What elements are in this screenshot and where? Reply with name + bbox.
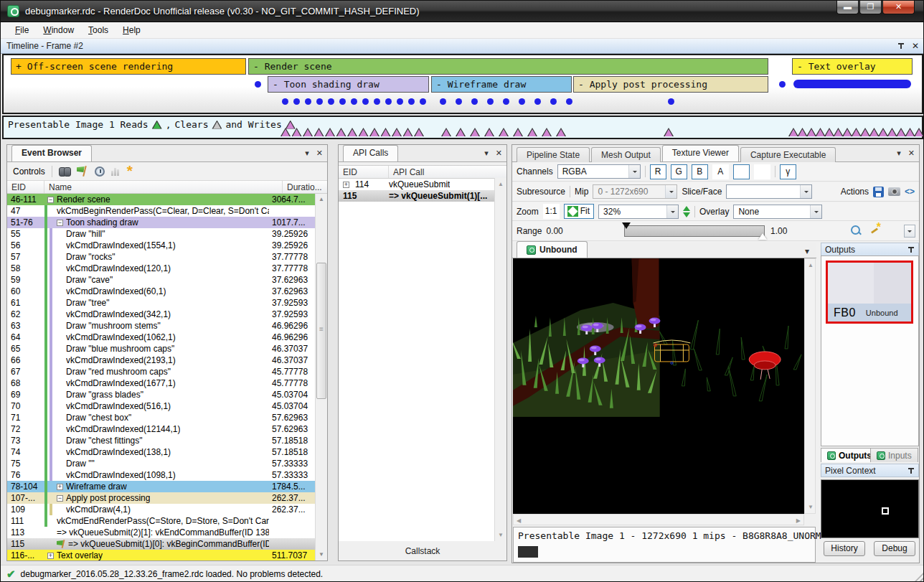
draw-event-dot[interactable] <box>471 98 478 105</box>
event-list-scrollbar[interactable]: ▲ ▼ <box>315 194 327 560</box>
draw-event-dot[interactable] <box>440 98 446 105</box>
texture-horizontal-scrollbar[interactable]: ◀ ▶ <box>513 514 804 525</box>
gamma-button[interactable]: γ <box>780 164 796 179</box>
event-row-111[interactable]: 111vkCmdEndRenderPass(C=Store, D=Store, … <box>7 515 315 527</box>
event-row-66[interactable]: 66vkCmdDrawIndexed(2193,1)46.37037 <box>7 355 315 366</box>
write-usage-triangle[interactable] <box>664 128 674 136</box>
write-usage-triangle[interactable] <box>336 128 346 136</box>
zoom-level-select[interactable]: 32% <box>598 205 679 219</box>
event-row-76[interactable]: 76vkCmdDrawIndexed(1098,1)57.33333 <box>7 469 315 481</box>
write-usage-triangle[interactable] <box>860 128 870 136</box>
title-bar[interactable]: debugmarker.rdc - RenderDoc Unofficial r… <box>1 1 924 22</box>
pixel-context-header[interactable]: Pixel Context <box>821 464 919 477</box>
white-point-handle[interactable] <box>758 229 767 240</box>
draw-event-dot[interactable] <box>351 98 357 105</box>
write-usage-triangle[interactable] <box>369 128 380 136</box>
zoom-range-icon[interactable] <box>851 225 862 236</box>
draw-event-dot[interactable] <box>487 98 494 105</box>
event-row-75[interactable]: 75Draw ""57.33333 <box>7 458 315 469</box>
draw-event-dot[interactable] <box>534 98 541 105</box>
collapse-icon[interactable]: − <box>47 197 54 203</box>
pixel-context-display[interactable] <box>821 479 919 538</box>
autofit-range-icon[interactable] <box>869 225 880 236</box>
write-usage-triangle[interactable] <box>303 128 313 136</box>
timeline-marker[interactable]: + Off-screen scene rendering <box>11 58 246 75</box>
draw-event-dot[interactable] <box>668 98 674 105</box>
jump-to-event-icon[interactable] <box>77 166 88 177</box>
range-max[interactable]: 1.00 <box>770 226 787 236</box>
fit-button[interactable]: Fit <box>564 204 594 219</box>
bookmark-icon[interactable]: * <box>127 166 133 177</box>
flip-vertical-icon[interactable] <box>683 206 690 217</box>
color-wheel-button[interactable] <box>733 164 750 179</box>
minimize-button[interactable]: ▬ <box>836 1 859 14</box>
write-usage-triangle[interactable] <box>887 128 897 136</box>
event-row-116-...[interactable]: 116-...+Text overlay511.7037 <box>7 550 315 560</box>
expand-icon[interactable]: + <box>47 553 54 559</box>
event-row-64[interactable]: 64vkCmdDrawIndexed(1062,1)46.96296 <box>7 332 315 343</box>
event-row-60[interactable]: 60vkCmdDrawIndexed(60,1)37.62963 <box>7 286 315 297</box>
black-point-handle[interactable] <box>622 222 631 233</box>
red-channel-button[interactable]: R <box>650 164 666 179</box>
texture-vertical-scrollbar[interactable]: ▲ ▼ <box>804 258 816 514</box>
write-usage-triangle[interactable] <box>816 128 826 136</box>
write-usage-triangle[interactable] <box>914 128 924 136</box>
close-icon[interactable]: ✕ <box>912 41 919 51</box>
collapse-icon[interactable]: − <box>57 495 63 502</box>
draw-event-dot[interactable] <box>362 98 369 105</box>
outputs-header[interactable]: Outputs <box>821 243 919 256</box>
write-usage-triangle[interactable] <box>852 128 862 136</box>
write-usage-triangle[interactable] <box>527 128 537 136</box>
callstack-label[interactable]: Callstack <box>339 546 506 556</box>
event-row-78-104[interactable]: 78-104+Wireframe draw1784.5... <box>7 481 315 492</box>
write-usage-triangle[interactable] <box>392 128 402 136</box>
close-icon[interactable]: ✕ <box>496 149 502 158</box>
event-row-70[interactable]: 70vkCmdDrawIndexed(516,1)45.03704 <box>7 400 315 412</box>
draw-event-dot[interactable] <box>519 98 525 105</box>
history-button[interactable]: History <box>824 541 865 556</box>
write-usage-triangle[interactable] <box>798 128 808 136</box>
draw-event-dot[interactable] <box>566 98 572 105</box>
draw-event-dot[interactable] <box>374 98 380 105</box>
write-usage-triangle[interactable] <box>834 128 844 136</box>
range-options-dropdown[interactable] <box>904 225 915 238</box>
event-row-61[interactable]: 61Draw "tree"37.92593 <box>7 297 315 309</box>
collapse-icon[interactable]: − <box>57 220 63 226</box>
scrollbar-thumb[interactable] <box>316 263 326 399</box>
close-icon[interactable]: ✕ <box>908 149 915 158</box>
tab-api-calls[interactable]: API Calls <box>343 145 398 161</box>
tab-mesh-output[interactable]: Mesh Output <box>591 147 661 162</box>
texture-display[interactable] <box>513 258 804 514</box>
resize-grip[interactable] <box>915 573 923 581</box>
compressed-draws-pill[interactable] <box>793 80 911 88</box>
event-row-107-...[interactable]: 107-...−Apply post processing262.37... <box>7 492 315 504</box>
timeline-marker[interactable]: - Toon shading draw <box>268 76 429 93</box>
restore-button[interactable]: ❐ <box>859 1 882 14</box>
event-row-58[interactable]: 58vkCmdDrawIndexed(120,1)37.77778 <box>7 263 315 274</box>
write-usage-triangle[interactable] <box>824 128 834 136</box>
event-list[interactable]: 46-111−Render scene3064.7...47vkCmdBegin… <box>7 194 315 560</box>
write-usage-triangle[interactable] <box>484 128 494 136</box>
pin-icon[interactable] <box>908 246 915 253</box>
event-row-65[interactable]: 65Draw "blue mushroom caps"46.37037 <box>7 343 315 355</box>
write-usage-triangle[interactable] <box>513 128 523 136</box>
mip-select[interactable]: 0 - 1272x690 <box>593 184 677 199</box>
draw-event-dot[interactable] <box>328 98 334 105</box>
pin-icon[interactable] <box>908 467 915 474</box>
write-usage-triangle[interactable] <box>403 128 413 136</box>
draw-event-dot[interactable] <box>316 98 323 105</box>
dropdown-icon[interactable]: ▾ <box>305 149 309 158</box>
event-row-51-76[interactable]: 51-76−Toon shading draw1017.7... <box>7 217 315 228</box>
outputs-list[interactable]: FB0 Unbound <box>821 255 919 446</box>
scroll-up-icon[interactable]: ▲ <box>498 181 504 187</box>
event-row-69[interactable]: 69Draw "grass blades"45.03704 <box>7 389 315 400</box>
overlay-select[interactable]: None <box>733 205 822 219</box>
blue-channel-button[interactable]: B <box>692 164 708 179</box>
menu-tools[interactable]: Tools <box>81 23 116 37</box>
write-usage-triangle[interactable] <box>788 128 798 136</box>
event-row-71[interactable]: 71Draw "chest box"57.62963 <box>7 412 315 423</box>
draw-event-dot[interactable] <box>255 81 261 88</box>
draw-event-dot[interactable] <box>282 98 288 105</box>
expand-icon[interactable]: + <box>57 484 63 490</box>
scroll-up-icon[interactable]: ▲ <box>316 194 327 205</box>
